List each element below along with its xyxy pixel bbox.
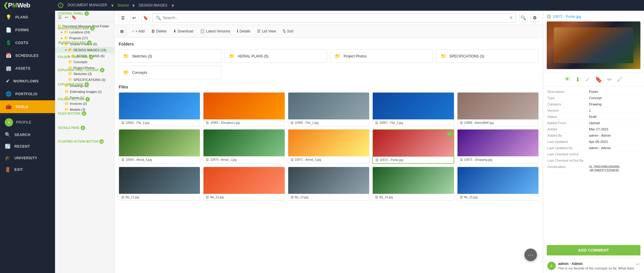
file-card[interactable]: 🖼 10969 - Aerial_4.jpg [119, 129, 200, 164]
prop-value: Upload [589, 121, 600, 125]
search-icon: 🔍 [156, 15, 161, 20]
sidebar-item-tools[interactable]: 🧰 TOOLS [0, 100, 55, 113]
folder-label: Sketches (3) [132, 54, 152, 58]
file-card[interactable]: 🖼 10964 - File_4.jpg [119, 92, 200, 126]
prop-value: Mar-17-2021 [589, 127, 609, 131]
tree-item[interactable]: ▼ 📂 Shared Folders (6) [55, 41, 114, 47]
nav-shared[interactable]: Shared [115, 2, 131, 9]
file-card-selected[interactable]: ✓ 🖼 10972 - Porter.jpg [372, 129, 454, 164]
search-input[interactable] [163, 15, 507, 20]
tree-root[interactable]: 📁 Document Manager Root Folder [55, 23, 114, 29]
prop-value: Apr-05-2021 [589, 140, 608, 143]
folder-card[interactable]: 📁 AERIAL PLANS (5) [225, 49, 328, 63]
toolbar-bookmark-icon[interactable]: 🔖 [141, 14, 150, 22]
sidebar-item-search[interactable]: 🔍 SEARCH [0, 129, 55, 141]
tree-item[interactable]: 📁 Drawings (8) [55, 83, 114, 89]
tree-item[interactable]: ▶ 📁 Projects (17) [55, 35, 114, 41]
folders-title: Folders [119, 42, 539, 46]
prop-label: Last Updated By [547, 146, 589, 150]
delete-button[interactable]: 🗑 Delete [148, 28, 170, 35]
file-card[interactable]: 🖼 10971 - Aerial_3.jpg [288, 129, 369, 164]
tree-undo-icon[interactable]: ↩ [65, 15, 68, 20]
prop-value: admin - Admin [589, 146, 611, 150]
tree-item[interactable]: 📁 Sketches (3) [55, 71, 114, 77]
file-card[interactable]: 🖼 10968 - AdminBldF.jpg [457, 92, 539, 126]
folder-card[interactable]: 📁 SPECIFICATIONS (3) [436, 49, 539, 63]
nav-design-images[interactable]: DESIGN IMAGES [136, 2, 170, 9]
comment-reply-icon[interactable]: ↩ [636, 262, 640, 266]
details-button[interactable]: ℹ Details [234, 28, 253, 35]
tree-item[interactable]: ▶ 📁 Locations (24) [55, 29, 114, 35]
tree-item[interactable]: 📁 Concepts [55, 59, 114, 65]
list-view-button[interactable]: ☰ List View [254, 28, 279, 35]
file-card[interactable]: 🖼 10965 - Elevation1.jpg [203, 92, 285, 126]
zoom-icon[interactable]: 🔍 [519, 14, 527, 22]
sidebar-item-schedules[interactable]: 📅 SCHEDULES [0, 49, 55, 62]
detail-pencil-icon[interactable]: 🖊 [617, 76, 623, 83]
detail-bookmark-icon[interactable]: 🔖 [595, 76, 602, 83]
sidebar-item-university[interactable]: 🎓 UNIVERSITY [0, 152, 55, 164]
file-card[interactable]: 🖼 file_12.jpg [203, 167, 285, 201]
toolbar-list-icon[interactable]: ☰ [119, 14, 127, 22]
sidebar-item-profile[interactable]: A PROFILE [0, 116, 55, 129]
tree-item[interactable]: 📁 Project Photos [55, 65, 114, 71]
info-icon[interactable]: i [58, 3, 63, 8]
folder-label: Project Photos [344, 54, 367, 58]
file-card[interactable]: 🖼 file_14.jpg [372, 167, 454, 201]
add-button[interactable]: + + Add [129, 28, 148, 35]
detail-view-icon[interactable]: 👁 [565, 76, 571, 83]
fab-button[interactable]: ⋯ [524, 249, 537, 261]
detail-edit-icon[interactable]: ✏ [607, 76, 612, 83]
details-actions: 👁 ⬇ ✓ 🔖 ✏ 🖊 [543, 73, 644, 86]
prop-label: Last Checked In/Out [547, 152, 589, 156]
nav-doc-manager[interactable]: DOCUMENT MANAGER [65, 2, 110, 9]
folder-card[interactable]: 📁 Sketches (3) [119, 49, 222, 63]
sidebar-item-forms[interactable]: 📄 FORMS [0, 24, 55, 36]
tree-item[interactable]: 📁 Models (3) [55, 107, 114, 113]
sidebar-item-recent[interactable]: 🔄 RECENT [0, 141, 55, 152]
file-card[interactable]: 🖼 10967 - File_3.jpg [372, 92, 454, 126]
detail-download-icon[interactable]: ⬇ [575, 76, 580, 83]
tree-sort-icon[interactable]: ☰ [58, 15, 62, 20]
file-card[interactable]: 🖼 10973 - Shopping.jpg [457, 129, 539, 164]
sidebar-item-assets[interactable]: 🏢 ASSETS [0, 62, 55, 75]
tree-item[interactable]: 📁 Invoices (2) [55, 101, 114, 107]
filter-icon[interactable]: ⚙ [530, 14, 539, 22]
sidebar-item-portfolio[interactable]: 🌐 PORTFOLIO [0, 88, 55, 100]
folder-icon: 📁 [229, 53, 235, 59]
file-card[interactable]: 🖼 10970 - Aerial_1.jpg [203, 129, 285, 164]
add-comment-button[interactable]: ADD COMMENT [547, 245, 640, 255]
details-icon: ℹ [237, 29, 238, 33]
forms-label: FORMS [15, 28, 29, 32]
tree-item-design-images[interactable]: ▼ 📂 DESIGN IMAGES (19) [55, 47, 114, 53]
details-title[interactable]: 🖼 10972 - Porter.jpg [547, 14, 640, 19]
sidebar-item-workflows[interactable]: ✔ WORKFLOWS [0, 75, 55, 88]
tree-bookmark-icon[interactable]: 🔖 [71, 15, 76, 20]
tree-item[interactable]: ▶ 📁 AERIAL PLANS (6) [55, 53, 114, 59]
prop-row: Added Mar-17-2021 [547, 126, 640, 132]
adjust-icon[interactable]: ⊞ [117, 27, 126, 36]
prop-row: Last Updated Apr-05-2021 [547, 139, 640, 145]
folder-icon: 📁 [441, 53, 446, 59]
folder-card[interactable]: 📁 Concepts [119, 66, 222, 79]
sidebar-item-plans[interactable]: 💡 PLANS [0, 11, 55, 24]
tree-item[interactable]: 📁 Estimating Images (1) [55, 89, 114, 95]
latest-versions-button[interactable]: 📋 Latest Versions [197, 28, 233, 35]
tree-item[interactable]: 📁 Forms (1) [55, 95, 114, 101]
search-clear-icon[interactable]: ✕ [509, 15, 513, 21]
file-card[interactable]: 🖼 file_13.jpg [288, 167, 369, 201]
folder-card[interactable]: 📁 Project Photos [330, 49, 433, 63]
download-button[interactable]: ⬇ Download [170, 28, 196, 35]
tree-item[interactable]: 📁 SPECIFICATIONS (3) [55, 77, 114, 83]
detail-check-icon[interactable]: ✓ [585, 76, 590, 83]
folder-label: SPECIFICATIONS (3) [449, 54, 484, 58]
sort-button[interactable]: ⇅ Sort [280, 28, 297, 35]
toolbar-undo-icon[interactable]: ↩ [130, 14, 138, 22]
list-view-icon: ☰ [257, 29, 261, 33]
file-card[interactable]: 🖼 file_11.jpg [119, 167, 200, 201]
sidebar-item-exit[interactable]: 🚪 EXIT [0, 164, 55, 175]
file-card[interactable]: 🖼 10966 - File_1.jpg [288, 92, 369, 126]
file-card[interactable]: 🖼 file_15.jpg [457, 167, 539, 201]
content-area: Folders 📁 Sketches (3) 📁 AERIAL PLANS (5… [115, 38, 543, 273]
sidebar-item-costs[interactable]: 💲 COSTS [0, 36, 55, 49]
